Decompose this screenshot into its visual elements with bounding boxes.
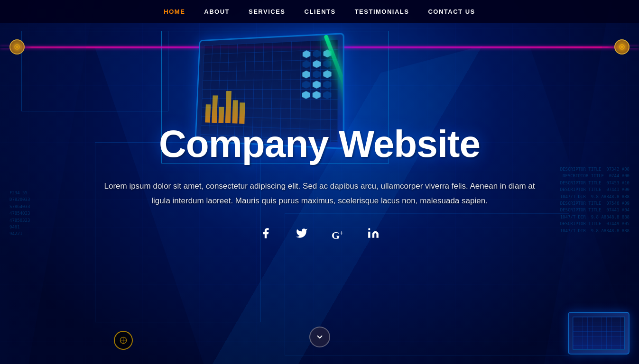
hex-group <box>302 49 333 100</box>
gadget-screen <box>573 317 625 350</box>
svg-point-1 <box>16 46 18 48</box>
indicator-right <box>614 39 630 55</box>
social-linkedin[interactable] <box>367 227 380 243</box>
scroll-down-button[interactable] <box>309 327 330 347</box>
tech-gadget-right <box>568 312 630 355</box>
hero-title: Company Website <box>71 123 568 165</box>
circuit-marker <box>114 331 133 350</box>
nav-bar: HOME ABOUT SERVICES CLIENTS TESTIMONIALS… <box>0 0 639 23</box>
nav-item-clients[interactable]: CLIENTS <box>305 8 336 15</box>
chevron-down-icon <box>315 333 324 341</box>
nav-item-contact[interactable]: CONTACT US <box>428 8 475 15</box>
nav-item-home[interactable]: HOME <box>164 8 185 15</box>
hero-content: Company Website Lorem ipsum dolor sit am… <box>0 123 639 266</box>
social-googleplus[interactable]: G+ <box>332 228 343 242</box>
circuit-rect-1 <box>21 31 168 111</box>
svg-point-3 <box>621 46 623 48</box>
nav-item-testimonials[interactable]: TESTIMONIALS <box>355 8 409 15</box>
social-twitter[interactable] <box>296 227 308 243</box>
svg-point-7 <box>368 228 370 230</box>
social-icons: G+ <box>71 227 568 243</box>
indicator-left <box>9 39 25 55</box>
nav-item-about[interactable]: ABOUT <box>204 8 230 15</box>
hero-description: Lorem ipsum dolor sit amet, consectetur … <box>94 179 545 208</box>
screen-bars <box>205 91 245 124</box>
social-facebook[interactable] <box>259 227 272 243</box>
nav-item-services[interactable]: SERVICES <box>249 8 286 15</box>
hero-section: DESCRIPTOR TITLE 07342 A08 DESCRIPTOR TI… <box>0 0 639 364</box>
